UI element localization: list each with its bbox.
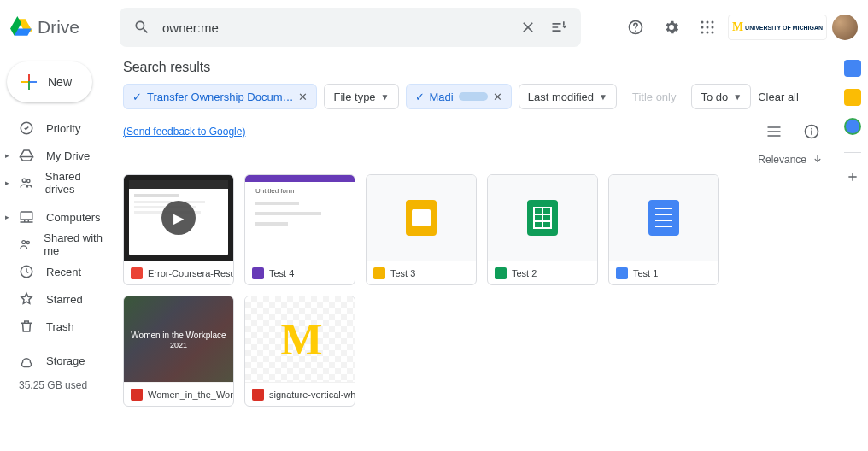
keep-app-icon[interactable] [844, 89, 861, 106]
priority-icon [19, 120, 34, 136]
filter-chip-filetype[interactable]: File type ▼ [324, 84, 398, 109]
trash-icon [19, 319, 34, 334]
settings-icon[interactable] [656, 12, 687, 43]
clear-all-link[interactable]: Clear all [758, 91, 799, 103]
arrow-down-icon [812, 154, 824, 166]
sidebar-item-label: Starred [46, 293, 83, 306]
sharedwithme-icon [19, 237, 32, 252]
file-card[interactable]: Women in the Workplace 2021 Women_in_the… [123, 296, 234, 407]
sidebar-item-label: Recent [46, 266, 81, 278]
calendar-app-icon[interactable] [844, 60, 861, 77]
sidebar-item-label: Shared with me [44, 231, 109, 257]
topbar-right: M UNIVERSITY OF MICHIGAN [620, 12, 858, 43]
sidebar-item-sharedwithme[interactable]: Shared with me [0, 231, 109, 258]
remove-icon[interactable]: ✕ [298, 91, 308, 103]
page-title: Search results [123, 55, 827, 84]
starred-icon [19, 291, 34, 307]
sidebar-item-label: Computers [46, 211, 101, 224]
filter-chip-label: To do [701, 91, 728, 103]
sort-row: Relevance [123, 147, 827, 174]
sidebar-item-trash[interactable]: Trash [0, 313, 109, 340]
sort-button[interactable]: Relevance [758, 154, 824, 166]
filter-chip-collection[interactable]: ✓ Transfer Ownership Docum… ✕ [123, 84, 317, 109]
sidebar-item-computers[interactable]: Computers [0, 203, 109, 231]
play-icon: ▶ [161, 201, 196, 235]
forms-icon [252, 267, 264, 279]
redacted-owner [459, 92, 488, 101]
sidebar: New Priority My Drive Shared drives Comp… [0, 0, 116, 451]
drive-icon [10, 16, 32, 38]
file-card[interactable]: Test 1 [608, 174, 719, 285]
file-name: Women_in_the_Workplace_… [148, 390, 233, 400]
svg-point-2 [701, 21, 703, 24]
svg-point-9 [706, 32, 708, 34]
sidebar-item-label: My Drive [46, 149, 90, 162]
sidebar-item-label: Storage [46, 354, 85, 367]
image-icon [252, 389, 264, 401]
search-input[interactable] [157, 20, 513, 35]
storage-used: 35.25 GB used [0, 379, 116, 391]
check-icon: ✓ [132, 91, 142, 103]
feedback-link[interactable]: (Send feedback to Google) [123, 126, 245, 138]
file-name: Test 3 [390, 268, 415, 278]
help-icon[interactable] [620, 12, 651, 43]
topbar: Drive M UNIVERSITY OF MICHIGAN [0, 0, 868, 55]
clear-search-icon[interactable] [513, 12, 543, 43]
sidebar-item-priority[interactable]: Priority [0, 114, 109, 142]
slides-icon [373, 267, 385, 279]
tasks-app-icon[interactable] [844, 118, 861, 135]
file-card[interactable]: Untitled form Test 4 [244, 174, 355, 285]
filter-chip-label: Title only [632, 91, 677, 103]
sidebar-item-shareddrives[interactable]: Shared drives [0, 169, 109, 196]
svg-point-13 [26, 179, 30, 183]
chevron-down-icon: ▼ [381, 92, 390, 102]
sidebar-item-label: Trash [46, 320, 74, 333]
svg-point-6 [706, 26, 708, 29]
svg-point-3 [706, 21, 708, 24]
filter-chip-todo[interactable]: To do ▼ [691, 84, 751, 109]
mydrive-icon [19, 148, 34, 163]
sidebar-item-mydrive[interactable]: My Drive [0, 142, 109, 169]
svg-point-12 [22, 179, 26, 182]
svg-point-4 [711, 21, 713, 24]
new-button[interactable]: New [7, 62, 92, 102]
file-grid: ▶ Error-Coursera-Results.we… Untitled fo… [123, 174, 827, 407]
filter-chip-label: Madi [430, 91, 454, 103]
add-addon-icon[interactable] [841, 165, 865, 189]
main: Search results ✓ Transfer Ownership Docu… [116, 0, 837, 451]
filter-chip-label: Transfer Ownership Docum… [147, 91, 293, 103]
file-card[interactable]: Test 3 [366, 174, 477, 285]
apps-icon[interactable] [692, 12, 723, 43]
filter-chip-lastmodified[interactable]: Last modified ▼ [519, 84, 617, 109]
sidebar-item-recent[interactable]: Recent [0, 258, 109, 285]
svg-point-8 [701, 32, 703, 34]
chevron-down-icon: ▼ [599, 92, 607, 102]
file-card[interactable]: ▶ Error-Coursera-Results.we… [123, 174, 234, 285]
search-icon[interactable] [126, 12, 157, 43]
search-options-icon[interactable] [543, 12, 574, 43]
sheets-icon [495, 267, 507, 279]
recent-icon [19, 264, 34, 279]
side-panel [837, 0, 868, 451]
account-avatar[interactable] [832, 15, 858, 40]
svg-point-1 [635, 30, 636, 32]
drive-logo[interactable]: Drive [10, 16, 113, 38]
sidebar-item-starred[interactable]: Starred [0, 285, 109, 313]
sidebar-item-storage[interactable]: Storage [0, 347, 109, 374]
sidebar-item-label: Priority [46, 122, 80, 135]
filter-chip-owner[interactable]: ✓ Madi ✕ [406, 84, 512, 109]
filter-chip-label: File type [333, 91, 375, 103]
remove-icon[interactable]: ✕ [493, 91, 502, 103]
details-icon[interactable] [796, 116, 827, 147]
chevron-down-icon: ▼ [733, 92, 742, 102]
shareddrives-icon [19, 175, 33, 190]
storage-icon [19, 353, 34, 368]
svg-point-15 [22, 241, 26, 244]
file-card[interactable]: M signature-vertical-white.png [244, 296, 355, 407]
org-badge[interactable]: M UNIVERSITY OF MICHIGAN [728, 15, 827, 40]
searchbar [120, 8, 581, 47]
svg-point-5 [701, 26, 703, 29]
filter-chip-titleonly: Title only [624, 84, 685, 109]
file-card[interactable]: Test 2 [487, 174, 598, 285]
list-view-icon[interactable] [759, 116, 789, 147]
